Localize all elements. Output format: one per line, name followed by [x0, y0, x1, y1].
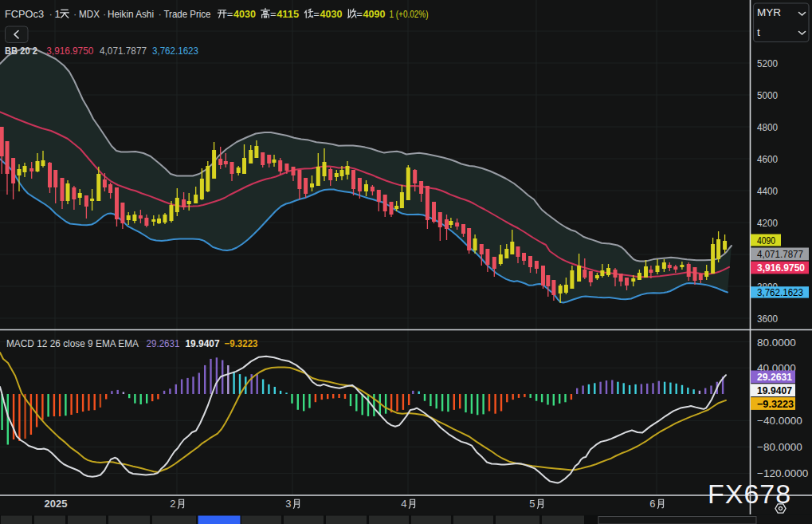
svg-text:1: 1 [55, 8, 61, 20]
svg-text:·: · [73, 8, 76, 20]
svg-text:=: = [313, 8, 320, 20]
svg-text:=: = [227, 8, 233, 20]
svg-text:=: = [270, 8, 277, 20]
svg-text:4,071.7877: 4,071.7877 [100, 45, 147, 57]
svg-text:MYR: MYR [757, 6, 781, 18]
svg-text:4: 4 [401, 498, 406, 510]
svg-text:80.0000: 80.0000 [757, 337, 796, 349]
svg-text:5: 5 [529, 498, 535, 510]
svg-text:4600: 4600 [757, 153, 778, 165]
svg-text:3600: 3600 [757, 313, 778, 325]
svg-text:3,916.9750: 3,916.9750 [757, 262, 805, 274]
svg-text:5000: 5000 [757, 89, 778, 101]
svg-text:·: · [159, 8, 162, 20]
svg-text:4030: 4030 [233, 8, 256, 20]
svg-text:29.2631: 29.2631 [757, 371, 792, 383]
svg-text:5200: 5200 [757, 57, 778, 69]
svg-text:−40.0000: −40.0000 [757, 415, 802, 427]
svg-text:2025: 2025 [45, 498, 68, 510]
svg-text:3,762.1623: 3,762.1623 [152, 45, 198, 57]
svg-text:=: = [356, 8, 363, 20]
svg-text:4400: 4400 [757, 185, 778, 197]
svg-text:29.2631: 29.2631 [147, 337, 180, 349]
svg-text:3,762.1623: 3,762.1623 [757, 286, 803, 298]
svg-text:2: 2 [170, 498, 175, 510]
svg-text:·: · [103, 8, 106, 20]
svg-text:4090: 4090 [363, 8, 386, 20]
svg-text:MACD 12 26 close 9 EMA EMA: MACD 12 26 close 9 EMA EMA [6, 337, 139, 349]
svg-text:t: t [757, 26, 760, 38]
svg-text:4,071.7877: 4,071.7877 [757, 248, 803, 260]
svg-text:1 (+0.02%): 1 (+0.02%) [390, 9, 429, 20]
svg-text:4200: 4200 [757, 217, 778, 229]
svg-text:Heikin Ashi: Heikin Ashi [108, 8, 154, 20]
svg-text:−9.3223: −9.3223 [757, 398, 794, 410]
svg-text:3: 3 [285, 498, 291, 510]
svg-text:4800: 4800 [757, 121, 778, 133]
svg-text:3,916.9750: 3,916.9750 [46, 45, 93, 57]
svg-text:6: 6 [649, 498, 655, 510]
svg-text:19.9407: 19.9407 [757, 384, 792, 396]
svg-text:·: · [49, 8, 53, 20]
svg-text:4090: 4090 [757, 234, 775, 246]
svg-text:19.9407: 19.9407 [186, 337, 220, 349]
svg-text:MDX: MDX [79, 8, 100, 20]
svg-text:4030: 4030 [320, 8, 343, 20]
svg-text:−9.3223: −9.3223 [225, 337, 258, 349]
svg-text:−80.0000: −80.0000 [757, 441, 802, 453]
svg-text:Trade Price: Trade Price [164, 8, 211, 20]
svg-text:BB 20 2: BB 20 2 [5, 45, 37, 57]
svg-text:FCPOc3: FCPOc3 [5, 8, 44, 20]
svg-text:4115: 4115 [277, 8, 299, 20]
